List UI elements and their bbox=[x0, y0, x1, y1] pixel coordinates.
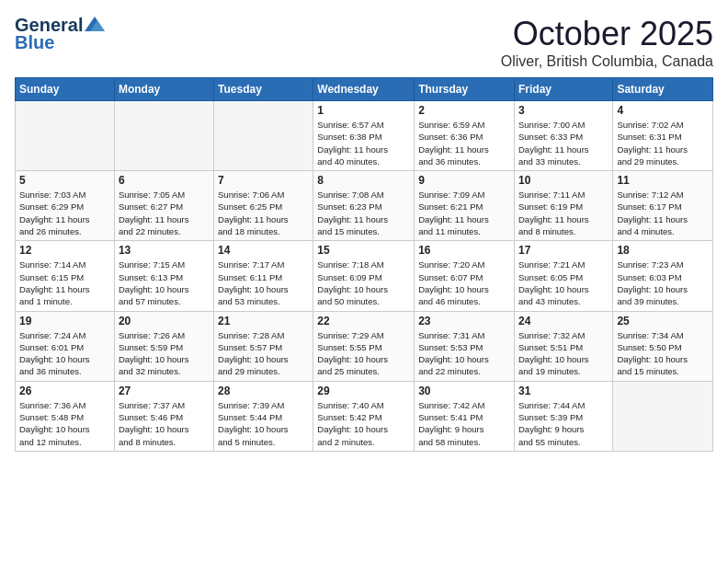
day-number: 11 bbox=[617, 174, 709, 187]
day-number: 18 bbox=[617, 244, 709, 257]
day-number: 27 bbox=[119, 385, 210, 397]
calendar-week-row: 12Sunrise: 7:14 AM Sunset: 6:15 PM Dayli… bbox=[16, 241, 713, 311]
day-number: 1 bbox=[317, 104, 410, 117]
calendar-cell: 11Sunrise: 7:12 AM Sunset: 6:17 PM Dayli… bbox=[613, 171, 713, 241]
calendar-cell: 6Sunrise: 7:05 AM Sunset: 6:27 PM Daylig… bbox=[114, 171, 213, 241]
title-block: October 2025 Oliver, British Columbia, C… bbox=[501, 15, 713, 70]
calendar-week-row: 1Sunrise: 6:57 AM Sunset: 6:38 PM Daylig… bbox=[16, 101, 713, 171]
day-number: 20 bbox=[119, 315, 210, 327]
calendar-cell bbox=[114, 101, 213, 171]
day-number: 23 bbox=[418, 315, 510, 327]
day-number: 8 bbox=[317, 174, 410, 187]
day-number: 10 bbox=[518, 174, 609, 187]
weekday-header: Sunday bbox=[16, 78, 115, 101]
calendar-week-row: 19Sunrise: 7:24 AM Sunset: 6:01 PM Dayli… bbox=[16, 311, 713, 381]
calendar-cell: 19Sunrise: 7:24 AM Sunset: 6:01 PM Dayli… bbox=[16, 311, 115, 381]
day-number: 4 bbox=[617, 104, 709, 117]
day-number: 6 bbox=[119, 174, 210, 187]
calendar-cell: 29Sunrise: 7:40 AM Sunset: 5:42 PM Dayli… bbox=[313, 381, 415, 451]
day-info: Sunrise: 6:57 AM Sunset: 6:38 PM Dayligh… bbox=[317, 119, 410, 167]
day-number: 19 bbox=[19, 315, 110, 327]
calendar-cell: 2Sunrise: 6:59 AM Sunset: 6:36 PM Daylig… bbox=[415, 101, 515, 171]
calendar-cell: 22Sunrise: 7:29 AM Sunset: 5:55 PM Dayli… bbox=[313, 311, 415, 381]
day-number: 5 bbox=[19, 174, 110, 187]
day-info: Sunrise: 7:05 AM Sunset: 6:27 PM Dayligh… bbox=[119, 189, 210, 237]
calendar-cell: 28Sunrise: 7:39 AM Sunset: 5:44 PM Dayli… bbox=[214, 381, 313, 451]
day-number: 7 bbox=[218, 174, 309, 187]
day-info: Sunrise: 7:23 AM Sunset: 6:03 PM Dayligh… bbox=[617, 259, 709, 307]
day-info: Sunrise: 7:18 AM Sunset: 6:09 PM Dayligh… bbox=[317, 259, 410, 307]
weekday-header: Monday bbox=[114, 78, 213, 101]
day-info: Sunrise: 7:02 AM Sunset: 6:31 PM Dayligh… bbox=[617, 119, 709, 167]
calendar-cell: 31Sunrise: 7:44 AM Sunset: 5:39 PM Dayli… bbox=[514, 381, 612, 451]
calendar-cell: 5Sunrise: 7:03 AM Sunset: 6:29 PM Daylig… bbox=[16, 171, 115, 241]
day-number: 9 bbox=[418, 174, 510, 187]
calendar-cell: 26Sunrise: 7:36 AM Sunset: 5:48 PM Dayli… bbox=[16, 381, 115, 451]
day-info: Sunrise: 6:59 AM Sunset: 6:36 PM Dayligh… bbox=[418, 119, 510, 167]
calendar-week-row: 26Sunrise: 7:36 AM Sunset: 5:48 PM Dayli… bbox=[16, 381, 713, 451]
day-info: Sunrise: 7:15 AM Sunset: 6:13 PM Dayligh… bbox=[119, 259, 210, 307]
calendar-cell: 25Sunrise: 7:34 AM Sunset: 5:50 PM Dayli… bbox=[613, 311, 713, 381]
day-number: 29 bbox=[317, 385, 410, 397]
weekday-header: Friday bbox=[514, 78, 612, 101]
day-info: Sunrise: 7:11 AM Sunset: 6:19 PM Dayligh… bbox=[518, 189, 609, 237]
day-info: Sunrise: 7:08 AM Sunset: 6:23 PM Dayligh… bbox=[317, 189, 410, 237]
day-number: 30 bbox=[418, 385, 510, 397]
calendar-cell: 10Sunrise: 7:11 AM Sunset: 6:19 PM Dayli… bbox=[514, 171, 612, 241]
calendar-cell: 4Sunrise: 7:02 AM Sunset: 6:31 PM Daylig… bbox=[613, 101, 713, 171]
day-info: Sunrise: 7:26 AM Sunset: 5:59 PM Dayligh… bbox=[119, 329, 210, 378]
logo: General Blue bbox=[15, 15, 105, 53]
day-info: Sunrise: 7:17 AM Sunset: 6:11 PM Dayligh… bbox=[218, 259, 309, 307]
day-number: 26 bbox=[19, 385, 110, 397]
calendar-cell bbox=[214, 101, 313, 171]
calendar-subtitle: Oliver, British Columbia, Canada bbox=[501, 53, 713, 70]
day-info: Sunrise: 7:44 AM Sunset: 5:39 PM Dayligh… bbox=[518, 399, 609, 448]
calendar-cell: 8Sunrise: 7:08 AM Sunset: 6:23 PM Daylig… bbox=[313, 171, 415, 241]
day-number: 2 bbox=[418, 104, 510, 117]
calendar-cell: 17Sunrise: 7:21 AM Sunset: 6:05 PM Dayli… bbox=[514, 241, 612, 311]
calendar-cell: 1Sunrise: 6:57 AM Sunset: 6:38 PM Daylig… bbox=[313, 101, 415, 171]
day-info: Sunrise: 7:39 AM Sunset: 5:44 PM Dayligh… bbox=[218, 399, 309, 448]
day-info: Sunrise: 7:32 AM Sunset: 5:51 PM Dayligh… bbox=[518, 329, 609, 378]
calendar-cell: 27Sunrise: 7:37 AM Sunset: 5:46 PM Dayli… bbox=[114, 381, 213, 451]
calendar-cell: 9Sunrise: 7:09 AM Sunset: 6:21 PM Daylig… bbox=[415, 171, 515, 241]
day-info: Sunrise: 7:34 AM Sunset: 5:50 PM Dayligh… bbox=[617, 329, 709, 378]
logo-icon bbox=[85, 17, 105, 31]
weekday-header: Tuesday bbox=[214, 78, 313, 101]
day-info: Sunrise: 7:31 AM Sunset: 5:53 PM Dayligh… bbox=[418, 329, 510, 378]
day-info: Sunrise: 7:20 AM Sunset: 6:07 PM Dayligh… bbox=[418, 259, 510, 307]
day-info: Sunrise: 7:06 AM Sunset: 6:25 PM Dayligh… bbox=[218, 189, 309, 237]
day-info: Sunrise: 7:09 AM Sunset: 6:21 PM Dayligh… bbox=[418, 189, 510, 237]
calendar-cell: 21Sunrise: 7:28 AM Sunset: 5:57 PM Dayli… bbox=[214, 311, 313, 381]
day-number: 3 bbox=[518, 104, 609, 117]
day-info: Sunrise: 7:21 AM Sunset: 6:05 PM Dayligh… bbox=[518, 259, 609, 307]
day-number: 28 bbox=[218, 385, 309, 397]
day-info: Sunrise: 7:28 AM Sunset: 5:57 PM Dayligh… bbox=[218, 329, 309, 378]
day-info: Sunrise: 7:14 AM Sunset: 6:15 PM Dayligh… bbox=[19, 259, 110, 307]
day-number: 16 bbox=[418, 244, 510, 257]
day-info: Sunrise: 7:29 AM Sunset: 5:55 PM Dayligh… bbox=[317, 329, 410, 378]
weekday-header: Thursday bbox=[415, 78, 515, 101]
day-info: Sunrise: 7:00 AM Sunset: 6:33 PM Dayligh… bbox=[518, 119, 609, 167]
calendar-cell: 30Sunrise: 7:42 AM Sunset: 5:41 PM Dayli… bbox=[415, 381, 515, 451]
day-info: Sunrise: 7:42 AM Sunset: 5:41 PM Dayligh… bbox=[418, 399, 510, 448]
calendar-cell: 7Sunrise: 7:06 AM Sunset: 6:25 PM Daylig… bbox=[214, 171, 313, 241]
day-info: Sunrise: 7:24 AM Sunset: 6:01 PM Dayligh… bbox=[19, 329, 110, 378]
day-number: 17 bbox=[518, 244, 609, 257]
weekday-header: Saturday bbox=[613, 78, 713, 101]
calendar-week-row: 5Sunrise: 7:03 AM Sunset: 6:29 PM Daylig… bbox=[16, 171, 713, 241]
weekday-header: Wednesday bbox=[313, 78, 415, 101]
calendar-cell: 24Sunrise: 7:32 AM Sunset: 5:51 PM Dayli… bbox=[514, 311, 612, 381]
day-number: 15 bbox=[317, 244, 410, 257]
day-info: Sunrise: 7:37 AM Sunset: 5:46 PM Dayligh… bbox=[119, 399, 210, 448]
page-header: General Blue October 2025 Oliver, Britis… bbox=[15, 15, 713, 70]
calendar-cell: 20Sunrise: 7:26 AM Sunset: 5:59 PM Dayli… bbox=[114, 311, 213, 381]
calendar-table: SundayMondayTuesdayWednesdayThursdayFrid… bbox=[15, 77, 713, 452]
calendar-cell bbox=[16, 101, 115, 171]
day-number: 22 bbox=[317, 315, 410, 327]
day-number: 12 bbox=[19, 244, 110, 257]
calendar-title: October 2025 bbox=[501, 15, 713, 53]
calendar-cell: 13Sunrise: 7:15 AM Sunset: 6:13 PM Dayli… bbox=[114, 241, 213, 311]
calendar-cell: 15Sunrise: 7:18 AM Sunset: 6:09 PM Dayli… bbox=[313, 241, 415, 311]
weekday-header-row: SundayMondayTuesdayWednesdayThursdayFrid… bbox=[16, 78, 713, 101]
